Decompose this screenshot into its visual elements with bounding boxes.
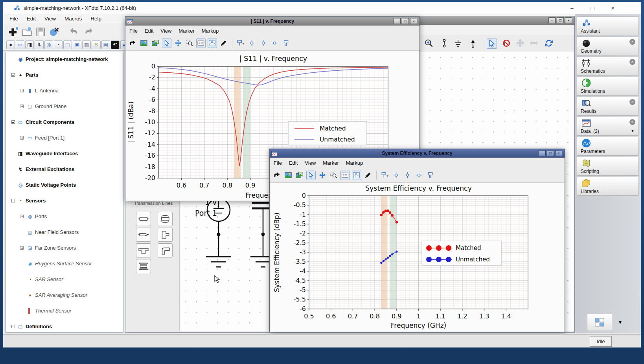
external-excitations-toolbar-button[interactable]: ↯	[35, 40, 43, 49]
groups-toolbar-button[interactable]: ↶	[111, 40, 120, 49]
expand-icon[interactable]	[20, 246, 24, 250]
image-button[interactable]	[283, 171, 293, 180]
tree-item-sar-sensor[interactable]: ◔SAR Sensor	[6, 276, 123, 283]
minimize-button[interactable]: −	[539, 150, 546, 156]
menu-edit[interactable]: Edit	[145, 28, 153, 34]
legend-button[interactable]	[340, 171, 350, 180]
restore-button[interactable]: □	[557, 17, 564, 23]
parts-toolbar-button[interactable]: ●	[6, 40, 15, 49]
copy-image-button[interactable]	[295, 171, 304, 180]
dock-overflow-caret[interactable]: ▼	[618, 319, 623, 325]
expand-icon[interactable]	[20, 136, 24, 140]
tree-item-waveguide-interfaces[interactable]: ◨Waveguide Interfaces	[6, 150, 123, 158]
close-icon[interactable]: ×	[629, 39, 635, 45]
tree-item-ground-plane[interactable]: ▢Ground Plane	[6, 103, 123, 110]
fdtd-toolbar-button[interactable]: ▣	[73, 40, 81, 49]
marker-vertical-button[interactable]	[392, 171, 401, 180]
select-button[interactable]	[306, 171, 316, 180]
collapse-icon[interactable]	[11, 199, 15, 202]
close-button[interactable]: ×	[609, 5, 617, 11]
redo-button[interactable]	[82, 26, 93, 37]
close-icon[interactable]: ×	[629, 99, 635, 105]
marker-horizontal-button[interactable]	[270, 39, 280, 48]
menu-file[interactable]: File	[274, 160, 282, 166]
tl-straight-palette-button[interactable]	[136, 212, 151, 226]
dock-item-parameters[interactable]: f(x)Parameters	[577, 137, 639, 156]
menu-marker[interactable]: Marker	[323, 160, 339, 166]
tl-coupled-palette-button[interactable]	[158, 212, 173, 226]
close-button[interactable]: ×	[565, 17, 572, 23]
sync-button[interactable]	[544, 39, 554, 49]
image-button[interactable]	[139, 39, 149, 48]
collapse-icon[interactable]	[11, 73, 15, 77]
menu-view[interactable]: View	[44, 16, 56, 22]
dock-item-schematics[interactable]: Schematics×	[577, 57, 639, 75]
tree-item-sar-averaging-sensor[interactable]: ◕SAR Averaging Sensor	[6, 291, 123, 299]
zoom-in-button[interactable]	[424, 39, 434, 49]
pan-button[interactable]	[173, 39, 183, 48]
menu-edit[interactable]: Edit	[27, 16, 36, 22]
tl-microstrip-palette-button[interactable]	[136, 259, 151, 273]
marker-flag-button[interactable]	[236, 39, 245, 48]
select-button[interactable]	[487, 39, 497, 49]
menu-help[interactable]: Help	[90, 16, 101, 22]
legend-button[interactable]	[196, 39, 206, 48]
menu-file[interactable]: File	[9, 16, 18, 22]
dock-item-scripting[interactable]: Scripting	[577, 157, 639, 176]
tree-item-thermal-sensor[interactable]: ▌Thermal Sensor	[6, 307, 123, 315]
tree-item-external-excitations[interactable]: ↯External Excitations	[6, 165, 123, 173]
pen-button[interactable]	[219, 39, 228, 48]
tl-bend-palette-button[interactable]	[158, 243, 173, 257]
tree-item-definitions[interactable]: ▢Definitions	[6, 323, 123, 331]
move-disabled-button[interactable]	[515, 39, 526, 49]
tl-tee-right-palette-button[interactable]	[158, 228, 173, 242]
close-button[interactable]: ×	[410, 18, 417, 24]
plot-properties-button[interactable]	[352, 171, 361, 180]
tree-item-circuit-components[interactable]: ▭Circuit Components	[6, 118, 123, 126]
export-button[interactable]	[128, 39, 137, 48]
tree-item-far-zone-sensors[interactable]: ◪Far Zone Sensors	[6, 244, 123, 252]
collapse-icon[interactable]	[11, 120, 15, 124]
maximize-button[interactable]: □	[547, 150, 554, 156]
close-icon[interactable]: ×	[629, 119, 635, 125]
tree-item-ports[interactable]: ◍Ports	[6, 213, 123, 221]
tree-item-project-simple-matching-network[interactable]: ◉Project: simple-matching-network	[6, 55, 123, 63]
annotation-box-button[interactable]	[426, 171, 435, 180]
probe-button[interactable]	[468, 39, 478, 49]
maximize-button[interactable]: □	[402, 18, 409, 24]
ground-button[interactable]	[453, 39, 464, 49]
component-disabled-button[interactable]	[502, 39, 512, 49]
minimize-button[interactable]: −	[548, 17, 556, 23]
menu-view[interactable]: View	[305, 160, 316, 166]
tile-windows-button[interactable]	[587, 314, 612, 331]
menu-file[interactable]: File	[129, 28, 138, 34]
minimize-button[interactable]: −	[568, 5, 576, 11]
close-project-button[interactable]	[48, 26, 59, 37]
marker-vertical-button[interactable]	[247, 39, 257, 48]
sensors-toolbar-button[interactable]: ◔	[54, 40, 63, 49]
minimize-button[interactable]: −	[394, 18, 401, 24]
new-project-button[interactable]	[7, 26, 18, 37]
zoom-box-button[interactable]	[329, 171, 339, 180]
undo-button[interactable]	[68, 26, 79, 37]
stretch-disabled-button[interactable]	[529, 39, 539, 49]
select-button[interactable]	[162, 39, 171, 48]
menu-macros[interactable]: Macros	[64, 16, 82, 22]
definitions-toolbar-button[interactable]: ▢	[63, 40, 72, 49]
dock-item-simulations[interactable]: Simulations	[577, 77, 639, 96]
close-icon[interactable]: ×	[629, 59, 635, 65]
s11-titlebar[interactable]: | S11 | v. Frequency − □ ×	[125, 17, 420, 26]
open-project-button[interactable]	[21, 26, 32, 37]
expand-icon[interactable]	[20, 89, 24, 92]
expand-icon[interactable]	[20, 215, 24, 218]
zoom-box-button[interactable]	[185, 39, 194, 48]
expand-icon[interactable]	[20, 105, 24, 108]
menu-markup[interactable]: Markup	[202, 28, 219, 34]
plot-properties-button[interactable]	[208, 39, 217, 48]
pen-button[interactable]	[363, 171, 373, 180]
tree-item-sensors[interactable]: ◔Sensors	[6, 197, 123, 205]
save-project-button[interactable]	[35, 26, 46, 37]
tree-item-huygens-surface-sensor[interactable]: ◆Huygens Surface Sensor	[6, 260, 123, 268]
wire-node-button[interactable]	[440, 39, 450, 49]
menu-markup[interactable]: Markup	[346, 160, 363, 166]
